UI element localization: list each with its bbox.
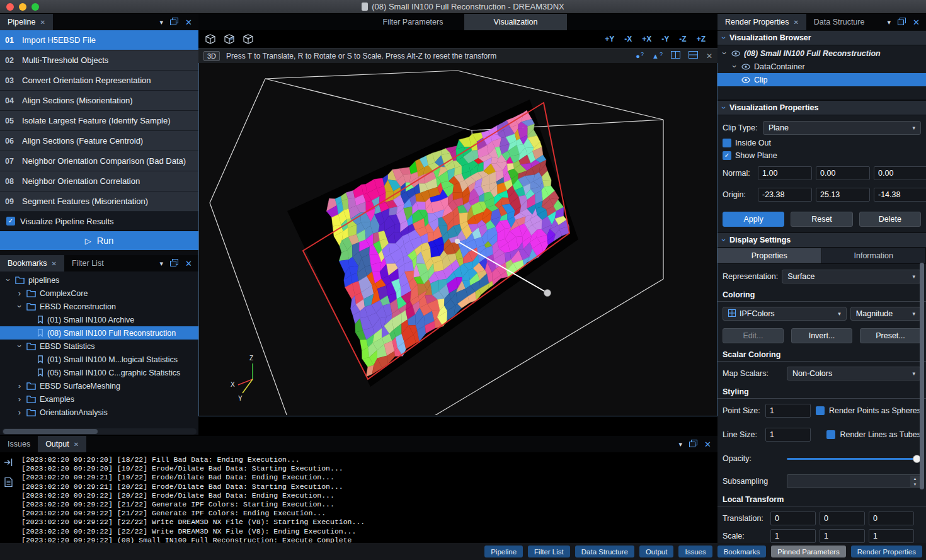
tree-bookmark-item[interactable]: (01) Small IN100 Archive: [0, 313, 198, 326]
origin-z-field[interactable]: [874, 188, 926, 202]
scale-x-field[interactable]: [770, 529, 816, 543]
scale-z-field[interactable]: [869, 529, 914, 543]
float-panel-icon[interactable]: [170, 18, 178, 27]
chevron-down-icon[interactable]: ›: [720, 50, 729, 57]
tree-folder-item[interactable]: ›EBSD Statistics: [0, 340, 198, 353]
render-mode-badge[interactable]: 3D: [203, 51, 220, 61]
panel-toggle-issues[interactable]: Issues: [678, 546, 712, 557]
render-points-as-spheres-option[interactable]: Render Points as Spheres: [816, 406, 921, 415]
spin-up-icon[interactable]: ▲: [910, 476, 920, 481]
axis-view-button[interactable]: -Z: [675, 33, 690, 45]
tab-filter-list[interactable]: Filter List: [64, 255, 111, 271]
tab-filter-parameters[interactable]: Filter Parameters: [362, 14, 464, 30]
map-scalars-dropdown[interactable]: Non-Colors ▾: [787, 367, 921, 380]
visualization-browser-header[interactable]: › Visualization Browser: [717, 30, 926, 45]
render-points-as-spheres-checkbox[interactable]: [816, 406, 825, 415]
panel-menu-caret-icon[interactable]: ▾: [160, 18, 164, 26]
pipeline-step[interactable]: 03Convert Orientation Representation: [0, 71, 198, 91]
tree-folder-item[interactable]: ›pipelines: [0, 273, 198, 287]
pipeline-step[interactable]: 02Multi-Threshold Objects: [0, 50, 198, 71]
tab-data-structure[interactable]: Data Structure: [806, 14, 872, 30]
browser-item[interactable]: ›(08) Small IN100 Full Reconstruction: [717, 47, 926, 60]
tree-folder-item[interactable]: ›Examples: [0, 392, 198, 406]
chevron-right-icon[interactable]: ›: [16, 289, 23, 298]
origin-x-field[interactable]: [758, 188, 812, 202]
panel-menu-caret-icon[interactable]: ▾: [679, 440, 683, 449]
axis-view-button[interactable]: -Y: [657, 33, 673, 45]
float-panel-icon[interactable]: [170, 259, 178, 268]
origin-y-field[interactable]: [816, 188, 870, 202]
close-icon[interactable]: ✕: [793, 19, 798, 26]
axis-view-button[interactable]: -X: [620, 33, 636, 45]
representation-dropdown[interactable]: Surface ▾: [782, 270, 921, 283]
color-array-dropdown[interactable]: IPFColors ▾: [723, 307, 847, 321]
panel-toggle-data-structure[interactable]: Data Structure: [575, 546, 634, 557]
3d-viewport[interactable]: ZXY: [198, 63, 717, 416]
visualize-results-checkbox[interactable]: ✓: [6, 217, 15, 226]
cube-orientation-icon[interactable]: [243, 34, 254, 44]
run-button[interactable]: ▷ Run: [0, 231, 198, 250]
minimize-window-button[interactable]: [19, 3, 26, 11]
inside-out-checkbox[interactable]: [723, 139, 731, 147]
opacity-slider[interactable]: [787, 452, 921, 466]
tree-bookmark-item[interactable]: (05) Small IN100 C...graphic Statistics: [0, 366, 198, 379]
pipeline-step[interactable]: 06Align Sections (Feature Centroid): [0, 131, 198, 151]
scale-y-field[interactable]: [820, 529, 865, 543]
chevron-down-icon[interactable]: ›: [4, 277, 13, 283]
close-view-icon[interactable]: ✕: [706, 52, 712, 60]
tab-visualization[interactable]: Visualization: [464, 14, 567, 30]
color-component-dropdown[interactable]: Magnitude ▾: [850, 307, 921, 321]
axis-view-button[interactable]: +Y: [600, 33, 619, 45]
edit-colormap-button[interactable]: Edit...: [723, 328, 784, 343]
point-size-field[interactable]: [765, 404, 811, 418]
show-plane-checkbox[interactable]: ✓: [723, 151, 731, 160]
line-size-field[interactable]: [765, 428, 811, 442]
horizontal-scrollbar[interactable]: [2, 428, 197, 435]
zoom-window-button[interactable]: [31, 3, 39, 11]
render-lines-as-tubes-checkbox[interactable]: [826, 430, 835, 439]
spinner-buttons[interactable]: ▲ ▼: [910, 476, 920, 487]
scrollbar-thumb[interactable]: [3, 429, 98, 434]
close-panel-icon[interactable]: ✕: [185, 18, 192, 27]
translation-y-field[interactable]: [820, 511, 865, 525]
chevron-down-icon[interactable]: ›: [15, 343, 25, 350]
normal-z-field[interactable]: [874, 166, 926, 180]
apply-button[interactable]: Apply: [723, 212, 784, 227]
reset-button[interactable]: Reset: [791, 212, 852, 227]
console-log[interactable]: [2023:02:20 09:29:20] [18/22] Fill Bad D…: [17, 452, 717, 543]
tree-folder-item[interactable]: ›EBSD SurfaceMeshing: [0, 379, 198, 392]
tab-bookmarks[interactable]: Bookmarks ✕: [0, 255, 64, 271]
spin-down-icon[interactable]: ▼: [910, 481, 920, 487]
close-icon[interactable]: ✕: [74, 441, 79, 448]
pipeline-step[interactable]: 07Neighbor Orientation Comparison (Bad D…: [0, 151, 198, 171]
pipeline-step[interactable]: 01Import H5EBSD File: [0, 30, 198, 50]
invert-colormap-button[interactable]: Invert...: [791, 328, 852, 343]
browser-item[interactable]: Clip: [717, 73, 926, 86]
panel-toggle-pinned-parameters[interactable]: Pinned Parameters: [771, 546, 845, 557]
pipeline-step[interactable]: 05Isolate Largest Feature (Identify Samp…: [0, 111, 198, 131]
tab-output[interactable]: Output ✕: [38, 436, 86, 452]
close-panel-icon[interactable]: ✕: [704, 440, 711, 449]
panel-toggle-pipeline[interactable]: Pipeline: [484, 546, 523, 557]
visibility-icon[interactable]: [741, 64, 750, 70]
chevron-right-icon[interactable]: ›: [16, 408, 23, 417]
visualize-results-row[interactable]: ✓ Visualize Pipeline Results: [0, 212, 198, 231]
camera-reset-cube-icon[interactable]: [205, 34, 216, 44]
subsampling-spinner[interactable]: ▲ ▼: [787, 474, 921, 488]
normal-y-field[interactable]: [816, 166, 870, 180]
translation-z-field[interactable]: [869, 511, 914, 525]
tab-properties[interactable]: Properties: [717, 248, 822, 263]
close-panel-icon[interactable]: ✕: [185, 259, 192, 268]
pipeline-step[interactable]: 08Neighbor Orientation Correlation: [0, 171, 198, 191]
tree-bookmark-item[interactable]: (01) Small IN100 M...logical Statistics: [0, 353, 198, 366]
render-lines-as-tubes-option[interactable]: Render Lines as Tubes: [826, 430, 921, 439]
visualization-properties-header[interactable]: › Visualization Properties: [717, 100, 926, 115]
float-panel-icon[interactable]: [898, 18, 906, 27]
vertical-scrollbar-thumb[interactable]: [920, 263, 924, 489]
display-settings-header[interactable]: › Display Settings: [717, 232, 926, 248]
tab-issues[interactable]: Issues: [0, 436, 38, 452]
tab-render-properties[interactable]: Render Properties ✕: [717, 14, 806, 30]
split-vertical-icon[interactable]: [671, 51, 680, 60]
slider-track[interactable]: [787, 458, 921, 460]
close-icon[interactable]: ✕: [40, 19, 45, 26]
